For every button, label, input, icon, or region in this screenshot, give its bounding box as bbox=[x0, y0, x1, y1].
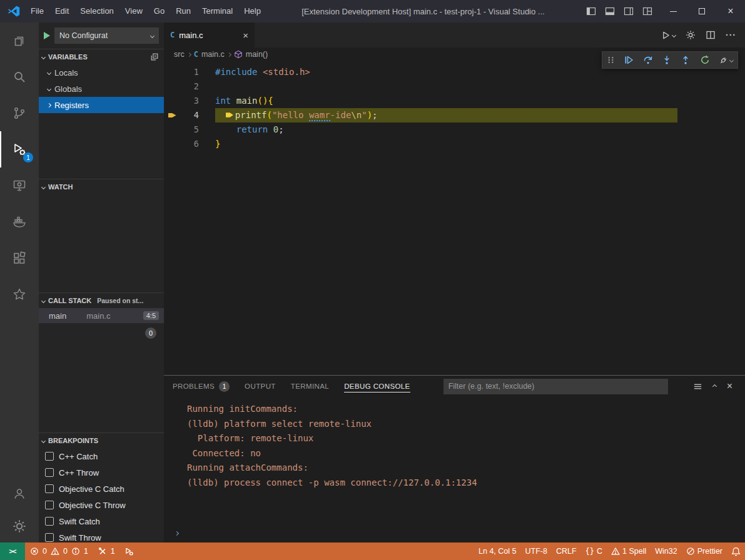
continue-button[interactable] bbox=[624, 55, 634, 65]
language-mode[interactable]: {} C bbox=[581, 547, 607, 556]
remote-explorer-icon[interactable] bbox=[0, 168, 39, 204]
code-line[interactable]: 6} bbox=[164, 137, 745, 151]
breakpoint-objc-catch[interactable]: Objective C Catch bbox=[39, 481, 164, 497]
menu-run[interactable]: Run bbox=[170, 0, 196, 22]
extensions-icon[interactable] bbox=[0, 240, 39, 276]
call-stack-header[interactable]: CALL STACK Paused on st... bbox=[39, 293, 164, 308]
console-input-prompt[interactable] bbox=[175, 528, 178, 537]
notifications-bell-icon[interactable] bbox=[727, 547, 745, 556]
toggle-secondary-sidebar-icon[interactable] bbox=[624, 6, 634, 16]
docker-icon[interactable] bbox=[0, 204, 39, 240]
remote-indicator[interactable]: >< bbox=[0, 542, 25, 560]
accounts-icon[interactable] bbox=[0, 478, 39, 510]
menu-go[interactable]: Go bbox=[148, 0, 170, 22]
toolchain-status[interactable]: 1 bbox=[93, 542, 120, 560]
explorer-icon[interactable] bbox=[0, 22, 39, 59]
cursor-position[interactable]: Ln 4, Col 5 bbox=[474, 547, 520, 556]
disconnect-button[interactable] bbox=[719, 55, 733, 65]
maximize-panel-icon[interactable] bbox=[712, 384, 717, 388]
current-statement-arrow-icon[interactable] bbox=[164, 108, 180, 122]
glyph-margin[interactable] bbox=[164, 65, 180, 79]
checkbox[interactable] bbox=[45, 452, 54, 461]
checkbox[interactable] bbox=[45, 468, 54, 477]
variables-locals-row[interactable]: Locals bbox=[39, 64, 164, 81]
step-out-button[interactable] bbox=[681, 55, 691, 65]
run-and-debug-icon[interactable]: 1 bbox=[0, 131, 39, 168]
tab-problems[interactable]: PROBLEMS 1 bbox=[173, 381, 230, 392]
glyph-margin[interactable] bbox=[164, 122, 180, 137]
inline-breakpoint-icon[interactable] bbox=[226, 111, 233, 119]
formatter-status[interactable]: Prettier bbox=[682, 547, 727, 556]
breakpoint-swift-catch[interactable]: Swift Catch bbox=[39, 513, 164, 529]
toggle-panel-icon[interactable] bbox=[605, 6, 615, 16]
menu-edit[interactable]: Edit bbox=[49, 0, 74, 22]
menu-file[interactable]: File bbox=[25, 0, 49, 22]
glyph-margin[interactable] bbox=[164, 94, 180, 108]
menu-terminal[interactable]: Terminal bbox=[196, 0, 238, 22]
code-line[interactable]: 5 return 0; bbox=[164, 122, 745, 137]
close-window-button[interactable]: × bbox=[716, 0, 745, 22]
step-over-button[interactable] bbox=[643, 55, 653, 65]
split-editor-button[interactable] bbox=[706, 30, 716, 40]
code-line[interactable]: 3int main(){ bbox=[164, 94, 745, 108]
tab-main-c[interactable]: C main.c × bbox=[164, 22, 255, 48]
breakpoint-cpp-catch[interactable]: C++ Catch bbox=[39, 448, 164, 464]
start-debug-icon[interactable] bbox=[44, 32, 50, 39]
more-actions-button[interactable]: ··· bbox=[726, 30, 736, 40]
checkbox[interactable] bbox=[45, 517, 54, 526]
checkbox[interactable] bbox=[45, 484, 54, 493]
glyph-margin[interactable] bbox=[164, 137, 180, 151]
breadcrumb-folder[interactable]: src bbox=[174, 50, 185, 59]
tab-output[interactable]: OUTPUT bbox=[245, 382, 276, 390]
restart-button[interactable] bbox=[700, 55, 710, 65]
variables-globals-row[interactable]: Globals bbox=[39, 81, 164, 97]
console-filter-input[interactable] bbox=[443, 379, 668, 394]
tab-debug-console[interactable]: DEBUG CONSOLE bbox=[344, 382, 410, 390]
variables-header[interactable]: VARIABLES bbox=[39, 49, 164, 64]
debug-status-icon[interactable] bbox=[120, 542, 138, 560]
braces-icon: {} bbox=[585, 547, 594, 556]
step-into-button[interactable] bbox=[662, 55, 672, 65]
collapse-all-icon[interactable] bbox=[150, 52, 159, 61]
breadcrumb-file[interactable]: main.c bbox=[201, 50, 225, 59]
eol-indicator[interactable]: CRLF bbox=[552, 547, 581, 556]
tab-close-icon[interactable]: × bbox=[243, 30, 248, 41]
toolbar-drag-handle[interactable] bbox=[607, 55, 615, 65]
checkbox[interactable] bbox=[45, 501, 54, 509]
search-icon[interactable] bbox=[0, 59, 39, 95]
favorites-star-icon[interactable] bbox=[0, 276, 39, 312]
debug-config-dropdown[interactable]: No Configurat bbox=[54, 28, 159, 44]
breakpoint-objc-throw[interactable]: Objective C Throw bbox=[39, 497, 164, 513]
maximize-button[interactable] bbox=[687, 0, 716, 22]
checkbox[interactable] bbox=[45, 533, 54, 542]
source-control-icon[interactable] bbox=[0, 95, 39, 131]
minimize-button[interactable] bbox=[659, 0, 687, 22]
code-line[interactable]: 4 printf("hello wamr-ide\n"); bbox=[164, 108, 745, 122]
filter-lines-icon[interactable] bbox=[693, 382, 702, 391]
spell-checker-status[interactable]: 1 Spell bbox=[607, 547, 651, 556]
run-file-button[interactable] bbox=[661, 31, 676, 40]
platform-indicator[interactable]: Win32 bbox=[651, 547, 681, 556]
breakpoint-cpp-throw[interactable]: C++ Throw bbox=[39, 464, 164, 481]
menu-selection[interactable]: Selection bbox=[74, 0, 119, 22]
customize-layout-icon[interactable] bbox=[642, 6, 652, 16]
problems-status[interactable]: 0 0 1 bbox=[25, 542, 93, 560]
code-line[interactable]: 2 bbox=[164, 79, 745, 94]
editor-settings-button[interactable] bbox=[686, 30, 696, 40]
variables-registers-row[interactable]: Registers bbox=[39, 97, 164, 113]
glyph-margin[interactable] bbox=[164, 79, 180, 94]
breakpoints-header[interactable]: BREAKPOINTS bbox=[39, 433, 164, 448]
stack-frame-row[interactable]: main main.c 4:5 bbox=[39, 308, 164, 323]
tab-terminal[interactable]: TERMINAL bbox=[291, 382, 329, 390]
gripper-icon bbox=[607, 55, 615, 65]
breadcrumb-symbol[interactable]: main() bbox=[246, 50, 268, 59]
watch-header[interactable]: WATCH bbox=[39, 179, 164, 194]
close-panel-icon[interactable]: × bbox=[727, 381, 732, 392]
menu-view[interactable]: View bbox=[119, 0, 148, 22]
menu-help[interactable]: Help bbox=[238, 0, 266, 22]
encoding-indicator[interactable]: UTF-8 bbox=[520, 547, 551, 556]
settings-gear-icon[interactable] bbox=[0, 510, 39, 542]
code-editor[interactable]: 1#include <stdio.h>23int main(){4 printf… bbox=[164, 61, 745, 375]
toggle-sidebar-icon[interactable] bbox=[586, 6, 596, 16]
breakpoint-swift-throw[interactable]: Swift Throw bbox=[39, 529, 164, 542]
